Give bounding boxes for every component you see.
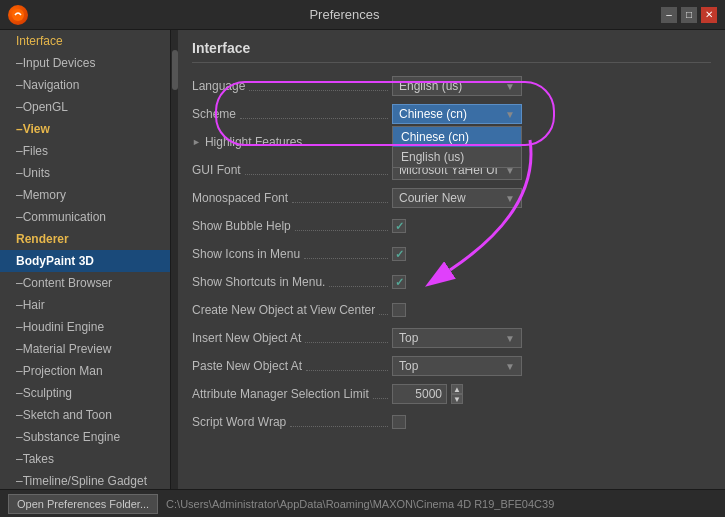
pref-row-insert-new-object: Insert New Object AtTop▼ (192, 327, 711, 349)
prefs-path: C:\Users\Administrator\AppData\Roaming\M… (166, 498, 554, 510)
sidebar-item-label: –Hair (16, 298, 45, 312)
sidebar-item-sculpting[interactable]: –Sculpting (0, 382, 170, 404)
pref-label-show-icons-in-menu: Show Icons in Menu (192, 247, 392, 261)
pref-label-paste-new-object: Paste New Object At (192, 359, 392, 373)
checkbox-script-word-wrap[interactable] (392, 415, 406, 429)
bottom-bar: Open Preferences Folder... C:\Users\Admi… (0, 489, 725, 517)
sidebar-item-memory[interactable]: –Memory (0, 184, 170, 206)
label-text-highlight-features: Highlight Features (205, 135, 302, 149)
dropdown-scheme[interactable]: Chinese (cn)▼ (392, 104, 522, 124)
sidebar-item-communication[interactable]: –Communication (0, 206, 170, 228)
label-text-insert-new-object: Insert New Object At (192, 331, 301, 345)
dropdown-value-paste-new-object: Top (399, 359, 418, 373)
label-text-gui-font: GUI Font (192, 163, 241, 177)
checkbox-show-icons-in-menu[interactable] (392, 247, 406, 261)
sidebar-item-material-preview[interactable]: –Material Preview (0, 338, 170, 360)
sidebar-item-renderer[interactable]: Renderer (0, 228, 170, 250)
main-layout: Interface–Input Devices–Navigation–OpenG… (0, 30, 725, 489)
pref-control-scheme: Chinese (cn)▼Chinese (cn)English (us) (392, 104, 522, 124)
pref-control-script-word-wrap (392, 415, 406, 429)
pref-label-create-new-object: Create New Object at View Center (192, 303, 392, 317)
sidebar-item-houdini-engine[interactable]: –Houdini Engine (0, 316, 170, 338)
sidebar-item-label: –Units (16, 166, 50, 180)
checkbox-create-new-object[interactable] (392, 303, 406, 317)
sidebar-item-takes[interactable]: –Takes (0, 448, 170, 470)
pref-label-gui-font: GUI Font (192, 163, 392, 177)
pref-label-show-shortcuts-in-menu: Show Shortcuts in Menu. (192, 275, 392, 289)
sidebar-item-hair[interactable]: –Hair (0, 294, 170, 316)
window-controls: – □ ✕ (661, 7, 717, 23)
sidebar-item-content-browser[interactable]: –Content Browser (0, 272, 170, 294)
sidebar-item-view[interactable]: –View (0, 118, 170, 140)
sidebar-item-substance-engine[interactable]: –Substance Engine (0, 426, 170, 448)
sidebar-item-navigation[interactable]: –Navigation (0, 74, 170, 96)
sidebar-item-label: –Memory (16, 188, 66, 202)
pref-label-script-word-wrap: Script Word Wrap (192, 415, 392, 429)
spinner-down-attribute-manager[interactable]: ▼ (451, 394, 463, 404)
dropdown-value-monospaced-font: Courier New (399, 191, 466, 205)
checkbox-show-shortcuts-in-menu[interactable] (392, 275, 406, 289)
sidebar-item-input-devices[interactable]: –Input Devices (0, 52, 170, 74)
number-input-attribute-manager[interactable] (392, 384, 447, 404)
sidebar-item-units[interactable]: –Units (0, 162, 170, 184)
dropdown-arrow-monospaced-font: ▼ (505, 193, 515, 204)
dropdown-list-item[interactable]: English (us) (393, 147, 521, 167)
pref-control-create-new-object (392, 303, 406, 317)
svg-point-0 (12, 9, 24, 21)
sidebar-item-label: BodyPaint 3D (16, 254, 94, 268)
pref-control-show-shortcuts-in-menu (392, 275, 406, 289)
label-text-show-shortcuts-in-menu: Show Shortcuts in Menu. (192, 275, 325, 289)
sidebar-scrollbar[interactable] (170, 30, 178, 489)
sidebar-item-label: –View (16, 122, 50, 136)
sidebar-item-label: –Navigation (16, 78, 79, 92)
dropdown-value-language: English (us) (399, 79, 462, 93)
checkbox-show-bubble-help[interactable] (392, 219, 406, 233)
pref-row-script-word-wrap: Script Word Wrap (192, 411, 711, 433)
label-text-monospaced-font: Monospaced Font (192, 191, 288, 205)
dot-line-show-icons-in-menu (304, 249, 388, 259)
pref-label-show-bubble-help: Show Bubble Help (192, 219, 392, 233)
dropdown-list-item[interactable]: Chinese (cn) (393, 127, 521, 147)
label-text-show-icons-in-menu: Show Icons in Menu (192, 247, 300, 261)
sidebar-item-sketch-and-toon[interactable]: –Sketch and Toon (0, 404, 170, 426)
sidebar-item-label: –Sketch and Toon (16, 408, 112, 422)
title-bar: Preferences – □ ✕ (0, 0, 725, 30)
pref-control-insert-new-object: Top▼ (392, 328, 522, 348)
pref-label-language: Language (192, 79, 392, 93)
maximize-button[interactable]: □ (681, 7, 697, 23)
sidebar-item-label: –Input Devices (16, 56, 95, 70)
label-text-script-word-wrap: Script Word Wrap (192, 415, 286, 429)
dropdown-paste-new-object[interactable]: Top▼ (392, 356, 522, 376)
sidebar-item-label: –Substance Engine (16, 430, 120, 444)
label-text-create-new-object: Create New Object at View Center (192, 303, 375, 317)
spinner-attribute-manager: ▲▼ (451, 384, 463, 404)
dropdown-insert-new-object[interactable]: Top▼ (392, 328, 522, 348)
close-button[interactable]: ✕ (701, 7, 717, 23)
minimize-button[interactable]: – (661, 7, 677, 23)
dropdown-language[interactable]: English (us)▼ (392, 76, 522, 96)
sidebar-item-label: Renderer (16, 232, 69, 246)
pref-control-attribute-manager: ▲▼ (392, 384, 463, 404)
sidebar-item-opengl[interactable]: –OpenGL (0, 96, 170, 118)
pref-row-create-new-object: Create New Object at View Center (192, 299, 711, 321)
label-text-show-bubble-help: Show Bubble Help (192, 219, 291, 233)
sidebar-item-label: –Takes (16, 452, 54, 466)
sidebar-item-label: –Communication (16, 210, 106, 224)
dropdown-arrow-scheme: ▼ (505, 109, 515, 120)
pref-row-show-bubble-help: Show Bubble Help (192, 215, 711, 237)
pref-row-language: LanguageEnglish (us)▼ (192, 75, 711, 97)
dropdown-monospaced-font[interactable]: Courier New▼ (392, 188, 522, 208)
sidebar-item-files[interactable]: –Files (0, 140, 170, 162)
sidebar-item-interface[interactable]: Interface (0, 30, 170, 52)
sidebar-item-timeline-spline-gadget[interactable]: –Timeline/Spline Gadget (0, 470, 170, 489)
spinner-up-attribute-manager[interactable]: ▲ (451, 384, 463, 394)
sidebar-item-bodypaint[interactable]: BodyPaint 3D (0, 250, 170, 272)
sidebar-item-projection-man[interactable]: –Projection Man (0, 360, 170, 382)
open-prefs-button[interactable]: Open Preferences Folder... (8, 494, 158, 514)
dot-line-monospaced-font (292, 193, 388, 203)
dropdown-arrow-insert-new-object: ▼ (505, 333, 515, 344)
pref-row-attribute-manager: Attribute Manager Selection Limit▲▼ (192, 383, 711, 405)
pref-control-monospaced-font: Courier New▼ (392, 188, 522, 208)
content-area: Interface LanguageEnglish (us)▼SchemeChi… (178, 30, 725, 489)
sidebar-item-label: –Files (16, 144, 48, 158)
